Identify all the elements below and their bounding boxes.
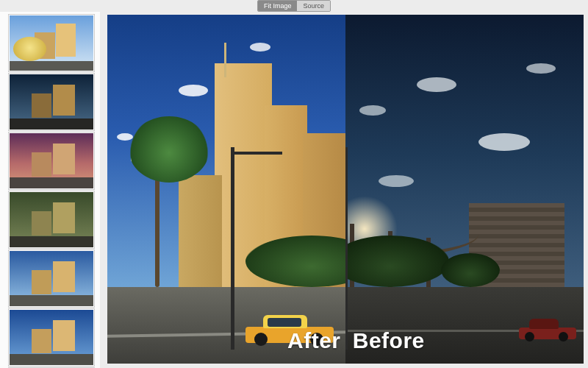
- main-preview-area: After Before: [100, 12, 588, 368]
- tab-fit-image[interactable]: Fit Image: [258, 1, 298, 11]
- view-mode-segmented: Fit Image Source: [257, 0, 331, 12]
- toolbar: Fit Image Source: [0, 0, 588, 12]
- preset-thumbnail[interactable]: [9, 191, 94, 248]
- after-label: After: [287, 328, 341, 353]
- preset-thumbnail-list: [0, 12, 100, 368]
- tab-source[interactable]: Source: [297, 1, 330, 11]
- before-after-canvas[interactable]: After Before: [107, 15, 584, 364]
- preset-thumbnail[interactable]: [9, 250, 94, 307]
- preset-thumbnail[interactable]: [9, 74, 94, 130]
- preset-thumbnail[interactable]: [9, 15, 94, 71]
- before-label: Before: [353, 328, 425, 353]
- preset-thumbnail[interactable]: [9, 132, 94, 189]
- preset-thumbnail[interactable]: [9, 309, 94, 366]
